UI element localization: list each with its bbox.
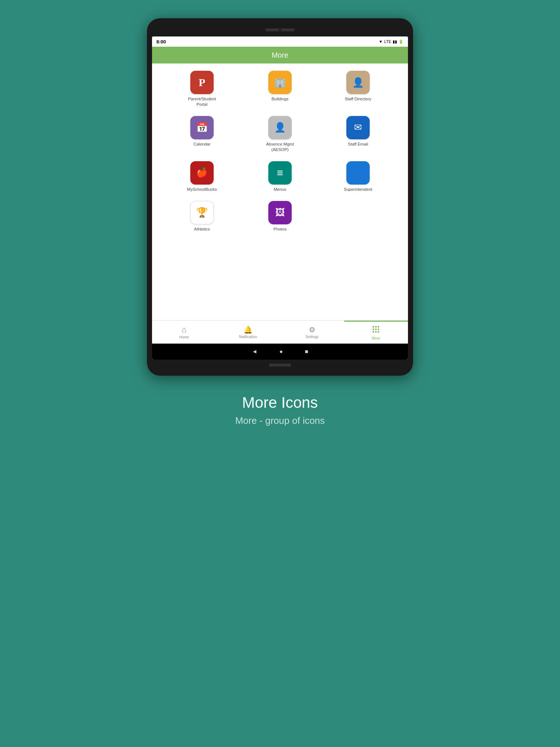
menus-label: Menus <box>274 187 287 192</box>
icon-item-menus[interactable]: ≡Menus <box>241 161 319 192</box>
menus-icon: ≡ <box>277 167 283 179</box>
nav-label-notification: Notification <box>239 335 257 339</box>
tablet-home-btn <box>269 364 291 367</box>
tablet-top-bar <box>152 25 408 35</box>
nav-label-home: Home <box>179 335 189 339</box>
calendar-icon: 📅 <box>196 122 208 133</box>
icon-box-menus: ≡ <box>268 161 292 185</box>
nav-item-more[interactable]: More <box>344 321 408 344</box>
svg-rect-5 <box>378 329 379 330</box>
signal-bars-icon: ▮▮ <box>393 39 397 44</box>
athletics-label: Athletics <box>194 227 210 232</box>
svg-rect-6 <box>373 331 374 333</box>
icon-box-staff-email: ✉ <box>346 116 370 139</box>
icon-box-buildings: 🏢 <box>268 71 292 94</box>
svg-rect-2 <box>378 326 379 328</box>
staff-email-icon: ✉ <box>354 122 362 133</box>
icon-box-staff-directory: 👤 <box>346 71 370 94</box>
status-icons: ▼ LTE ▮▮ 🔋 <box>379 39 404 44</box>
icon-box-calendar: 📅 <box>190 116 214 139</box>
tablet-camera <box>279 28 281 31</box>
icon-box-absence-mgmt: 👤 <box>268 116 292 139</box>
nav-item-settings[interactable]: ⚙Settings <box>280 321 344 344</box>
svg-rect-1 <box>375 326 377 328</box>
icon-grid: PParent/Student Portal🏢Buildings👤Staff D… <box>163 71 397 232</box>
tablet-shell: 8:00 ▼ LTE ▮▮ 🔋 More PParent/Student Por… <box>147 18 413 376</box>
svg-rect-4 <box>375 329 377 330</box>
wifi-icon: ▼ <box>379 39 383 44</box>
icon-box-photos: 🖼 <box>268 201 292 224</box>
back-button[interactable]: ◄ <box>252 348 257 355</box>
icon-item-calendar[interactable]: 📅Calendar <box>163 116 241 152</box>
screen: 8:00 ▼ LTE ▮▮ 🔋 More PParent/Student Por… <box>152 36 408 360</box>
page-title: More <box>272 51 288 59</box>
icon-item-superintendent[interactable]: 👤Superintendent <box>319 161 397 192</box>
battery-icon: 🔋 <box>398 39 404 44</box>
calendar-label: Calendar <box>194 142 211 147</box>
svg-rect-3 <box>373 329 374 330</box>
recent-button[interactable]: ■ <box>305 348 308 355</box>
status-time: 8:00 <box>156 39 166 44</box>
icon-item-buildings[interactable]: 🏢Buildings <box>241 71 319 107</box>
buildings-label: Buildings <box>272 96 289 102</box>
parent-student-portal-label: Parent/Student Portal <box>186 96 218 107</box>
staff-directory-label: Staff Directory <box>345 96 372 102</box>
content-area: PParent/Student Portal🏢Buildings👤Staff D… <box>152 63 408 320</box>
icon-item-staff-directory[interactable]: 👤Staff Directory <box>319 71 397 107</box>
superintendent-icon: 👤 <box>352 167 364 178</box>
absence-mgmt-icon: 👤 <box>274 122 286 133</box>
staff-email-label: Staff Email <box>348 142 368 147</box>
nav-item-notification[interactable]: 🔔Notification <box>216 321 280 344</box>
svg-rect-8 <box>378 331 379 333</box>
superintendent-label: Superintendent <box>344 187 372 192</box>
buildings-icon: 🏢 <box>274 77 286 88</box>
photos-icon: 🖼 <box>275 207 285 218</box>
icon-item-absence-mgmt[interactable]: 👤Absence Mgmt (AESOP) <box>241 116 319 152</box>
signal-icon: LTE <box>384 39 391 44</box>
photos-label: Photos <box>273 227 287 232</box>
nav-icon-settings: ⚙ <box>309 325 315 334</box>
caption-title: More Icons <box>235 394 325 411</box>
icon-item-myschoolbucks[interactable]: 🍎MySchoolBucks <box>163 161 241 192</box>
myschoolbucks-label: MySchoolBucks <box>187 187 217 192</box>
icon-item-photos[interactable]: 🖼Photos <box>241 201 319 232</box>
icon-box-parent-student-portal: P <box>190 71 214 94</box>
android-bar: ◄ ● ■ <box>152 344 408 360</box>
svg-rect-0 <box>373 326 374 328</box>
athletics-icon: 🏆 <box>196 207 208 218</box>
home-button[interactable]: ● <box>279 348 283 355</box>
bottom-nav: ⌂Home🔔Notification⚙SettingsMore <box>152 320 408 344</box>
icon-box-athletics: 🏆 <box>190 201 214 224</box>
nav-icon-home: ⌂ <box>182 325 186 334</box>
nav-label-more: More <box>372 336 380 340</box>
icon-box-myschoolbucks: 🍎 <box>190 161 214 185</box>
status-bar: 8:00 ▼ LTE ▮▮ 🔋 <box>152 36 408 47</box>
nav-icon-notification: 🔔 <box>244 325 253 334</box>
staff-directory-icon: 👤 <box>352 77 364 88</box>
icon-box-superintendent: 👤 <box>346 161 370 185</box>
icon-item-staff-email[interactable]: ✉Staff Email <box>319 116 397 152</box>
app-header: More <box>152 47 408 63</box>
caption-subtitle: More - group of icons <box>235 415 325 426</box>
absence-mgmt-label: Absence Mgmt (AESOP) <box>264 142 296 152</box>
parent-student-portal-icon: P <box>199 76 205 89</box>
icon-item-athletics[interactable]: 🏆Athletics <box>163 201 241 232</box>
svg-rect-7 <box>375 331 377 333</box>
bottom-caption: More Icons More - group of icons <box>235 394 325 426</box>
icon-item-parent-student-portal[interactable]: PParent/Student Portal <box>163 71 241 107</box>
nav-label-settings: Settings <box>306 335 319 339</box>
nav-item-home[interactable]: ⌂Home <box>152 321 216 344</box>
nav-icon-more <box>372 325 380 336</box>
tablet-bottom-bar <box>152 361 408 369</box>
myschoolbucks-icon: 🍎 <box>196 167 208 178</box>
